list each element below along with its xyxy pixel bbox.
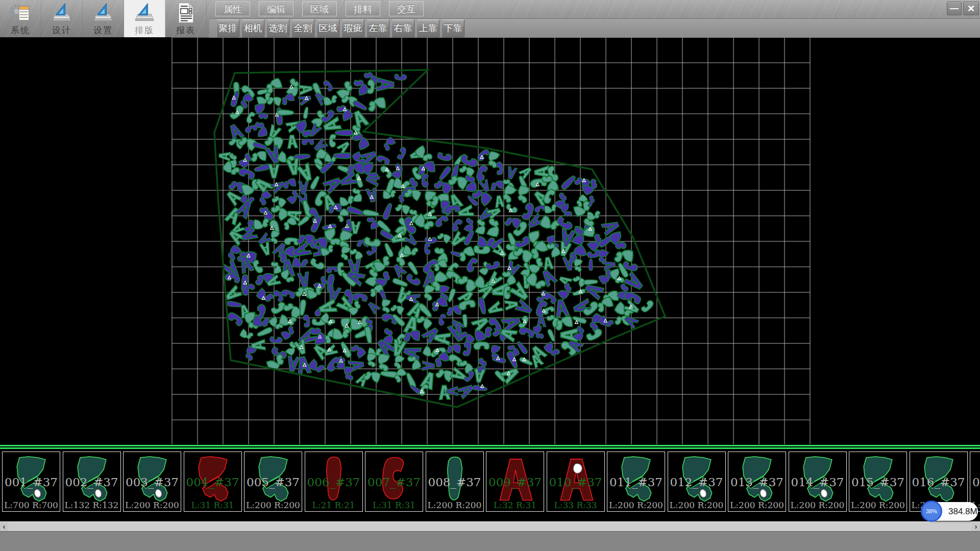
part-thumbnail-3[interactable]: 003_#37L:200 R:200	[123, 452, 181, 512]
tool-button-9[interactable]: 上靠	[416, 19, 439, 37]
part-thumbnail-4[interactable]: 004_#37L:31 R:31	[184, 452, 242, 512]
tool-button-6[interactable]: 瑕疵	[341, 19, 364, 37]
part-lr-info: L:200 R:200	[244, 500, 302, 510]
part-name: 004_#37	[184, 475, 241, 489]
part-thumbnail-9[interactable]: 009_#37L:32 R:31	[486, 452, 544, 512]
part-lr-info: L:32 R:31	[486, 500, 544, 510]
menu-tab-2[interactable]: 编辑	[259, 1, 293, 16]
part-name: 010_#37	[547, 475, 604, 489]
part-name: 015_#37	[849, 475, 906, 489]
part-name: 009_#37	[486, 475, 544, 489]
nesting-canvas[interactable]	[0, 37, 980, 444]
part-thumbnail-6[interactable]: 006_#37L:21 R:21	[305, 452, 363, 512]
part-thumbnail-10[interactable]: 010_#37L:33 R:33	[547, 452, 605, 512]
app-item-3[interactable]: 设置	[83, 0, 124, 37]
strip-top-line-2	[0, 447, 980, 449]
thumbnail-scrollbar[interactable]: ‹ ›	[0, 521, 980, 531]
tool-button-5[interactable]: 区域	[316, 19, 339, 37]
app-item-label: 设置	[83, 24, 124, 36]
part-name: 012_#37	[668, 475, 725, 489]
system-gear-icon	[9, 2, 32, 24]
part-name: 008_#37	[426, 475, 483, 489]
app-item-1[interactable]: 系统	[0, 0, 41, 37]
tool-button-2[interactable]: 相机	[241, 19, 264, 37]
part-name: 013_#37	[728, 475, 786, 489]
minimize-button[interactable]: —	[947, 2, 962, 15]
part-lr-info: L:33 R:33	[547, 500, 604, 510]
part-name: 014_#37	[789, 475, 846, 489]
part-thumbnail-strip: 001_#37L:700 R:700002_#37L:132 R:132003_…	[0, 444, 980, 521]
scroll-left-button[interactable]: ‹	[0, 522, 8, 531]
tool-button-7[interactable]: 左靠	[366, 19, 389, 37]
part-lr-info: L:200 R:200	[607, 500, 665, 510]
design-ruler-icon	[51, 2, 73, 24]
app-item-label: 设计	[41, 24, 82, 36]
tool-button-4[interactable]: 全割	[291, 19, 314, 37]
progress-circle: 38%	[921, 500, 942, 522]
part-name: 011_#37	[607, 475, 665, 489]
part-thumbnail-12[interactable]: 012_#37L:200 R:200	[668, 452, 726, 512]
menu-tab-5[interactable]: 交互	[389, 1, 424, 16]
part-thumbnail-7[interactable]: 007_#37L:31 R:31	[365, 452, 423, 512]
app-item-4[interactable]: 排版	[124, 0, 165, 37]
tool-button-1[interactable]: 聚排	[216, 19, 239, 37]
app-mode-bar: 系统 设计 设置 排版 报表	[0, 0, 207, 37]
part-lr-info: L:200 R:200	[789, 500, 846, 510]
part-name: 017_#37	[970, 475, 980, 489]
part-lr-info: L:200 R:200	[668, 500, 725, 510]
tool-button-3[interactable]: 选割	[266, 19, 289, 37]
memory-label: 384.8M	[948, 502, 977, 521]
part-lr-info: L:132 R:132	[63, 500, 120, 510]
app-item-5[interactable]: 报表	[165, 0, 207, 37]
part-name: 003_#37	[124, 475, 181, 489]
menu-tabs: 属性编辑区域排料交互	[215, 1, 424, 17]
app-item-2[interactable]: 设计	[41, 0, 83, 37]
part-thumbnail-14[interactable]: 014_#37L:200 R:200	[789, 452, 847, 512]
part-name: 002_#37	[63, 475, 120, 489]
menu-tab-4[interactable]: 排料	[346, 1, 380, 16]
part-lr-info: L:200 R:200	[124, 500, 181, 510]
tool-button-row: 聚排相机选割全割区域瑕疵左靠右靠上靠下靠	[209, 18, 980, 38]
part-lr-info: L:21 R:21	[305, 500, 362, 510]
part-name: 001_#37	[3, 475, 60, 489]
canvas-svg	[0, 37, 980, 444]
menu-tab-3[interactable]: 区域	[302, 1, 337, 16]
part-lr-info: L:200 R:200	[728, 500, 786, 510]
part-lr-info: L:31 R:31	[184, 500, 241, 510]
main-toolbar: 系统 设计 设置 排版 报表 属性编辑区域排料交互 聚排相机选割全割区域瑕疵左靠…	[0, 0, 980, 38]
menu-tab-1[interactable]: 属性	[215, 1, 250, 16]
part-name: 016_#37	[910, 475, 967, 489]
part-thumbnail-11[interactable]: 011_#37L:200 R:200	[607, 452, 665, 512]
app-item-label: 报表	[165, 24, 206, 36]
part-lr-info: L:31 R:31	[365, 500, 423, 510]
settings-ruler-icon	[92, 2, 114, 24]
part-thumbnail-5[interactable]: 005_#37L:200 R:200	[244, 452, 302, 512]
tool-buttons: 聚排相机选割全割区域瑕疵左靠右靠上靠下靠	[216, 19, 464, 37]
part-lr-info: L:700 R:700	[3, 500, 60, 510]
app-item-label: 排版	[124, 24, 165, 36]
part-lr-info: L:200 R:200	[426, 500, 483, 510]
bottom-band	[0, 531, 980, 551]
part-lr-info: L:200 R:200	[849, 500, 906, 510]
part-thumbnail-13[interactable]: 013_#37L:200 R:200	[728, 452, 786, 512]
part-name: 005_#37	[244, 475, 302, 489]
part-thumbnail-2[interactable]: 002_#37L:132 R:132	[63, 452, 121, 512]
report-doc-icon	[175, 2, 197, 24]
part-thumbnail-1[interactable]: 001_#37L:700 R:700	[2, 452, 60, 512]
scroll-right-button[interactable]: ›	[972, 522, 980, 531]
part-name: 007_#37	[365, 475, 423, 489]
tool-button-10[interactable]: 下靠	[442, 19, 464, 37]
part-thumbnail-8[interactable]: 008_#37L:200 R:200	[426, 452, 484, 512]
part-name: 006_#37	[305, 475, 362, 489]
layout-ruler-icon	[133, 2, 156, 24]
part-thumbnail-15[interactable]: 015_#37L:200 R:200	[849, 452, 907, 512]
status-badge: 384.8M 38%	[921, 500, 978, 522]
strip-top-line-1	[0, 445, 980, 446]
tool-button-8[interactable]: 右靠	[391, 19, 414, 37]
app-item-label: 系统	[0, 24, 41, 36]
close-button[interactable]: ✕	[963, 2, 979, 15]
